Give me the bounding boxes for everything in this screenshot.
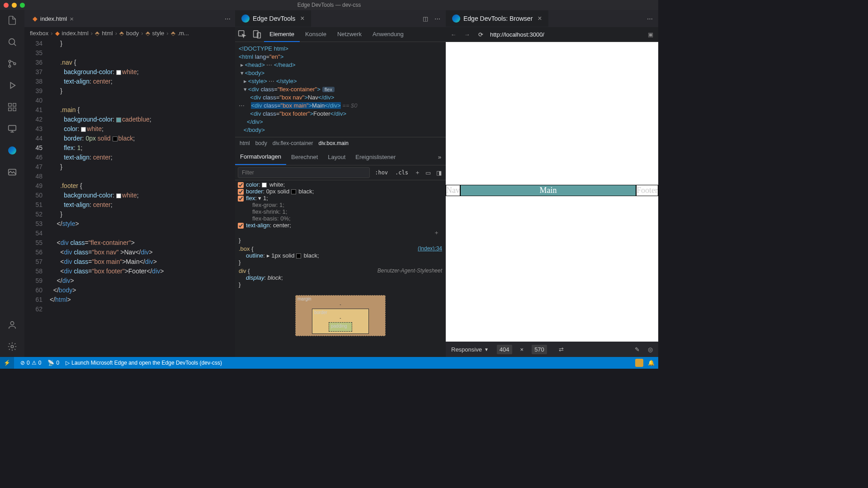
- style-selector[interactable]: .box: [239, 245, 250, 252]
- styles-pane[interactable]: color: white;border: 0px solid black;fle…: [235, 180, 446, 357]
- breadcrumb-item[interactable]: html: [102, 30, 113, 37]
- dom-crumb-item[interactable]: div.flex-container: [273, 140, 313, 146]
- url-bar[interactable]: http://localhost:3000/: [490, 31, 641, 38]
- dimension-separator: ×: [520, 346, 524, 353]
- notifications-icon[interactable]: 🔔: [648, 360, 655, 366]
- styles-tab-listeners[interactable]: Ereignislistener: [350, 150, 401, 164]
- svg-rect-8: [9, 126, 16, 131]
- launch-hint[interactable]: ▷Launch Microsoft Edge and open the Edge…: [66, 360, 222, 366]
- editor-more-icon[interactable]: ⋯: [225, 15, 235, 22]
- status-badge-icon[interactable]: [635, 359, 643, 367]
- dom-crumb-item[interactable]: div.box.main: [319, 140, 349, 146]
- device-selector[interactable]: Responsive ▼: [451, 346, 489, 353]
- style-prop-toggle[interactable]: [238, 189, 244, 195]
- editor-tab-label: index.html: [40, 15, 67, 22]
- inspect-element-icon[interactable]: [235, 29, 250, 39]
- close-tab-icon[interactable]: ×: [300, 14, 304, 23]
- back-icon[interactable]: ←: [449, 31, 458, 38]
- forward-icon[interactable]: →: [463, 31, 471, 38]
- close-window-button[interactable]: [4, 3, 9, 8]
- more-actions-icon[interactable]: ⋯: [434, 15, 440, 22]
- ports-count[interactable]: 📡0: [47, 360, 59, 366]
- style-prop-toggle[interactable]: [238, 182, 244, 188]
- errors-count[interactable]: ⊘0 ⚠0: [20, 360, 41, 366]
- styles-tab-computed[interactable]: Berechnet: [286, 150, 323, 164]
- run-debug-icon[interactable]: [6, 80, 18, 91]
- style-selector[interactable]: div: [239, 267, 246, 274]
- breadcrumb-item[interactable]: .m...: [178, 30, 189, 37]
- dom-tree[interactable]: <!DOCTYPE html> <html lang="en"> ▸<head>…: [235, 42, 446, 137]
- account-icon[interactable]: [6, 319, 18, 331]
- explorer-icon[interactable]: [6, 14, 18, 26]
- browser-preview-panel: Edge DevTools: Browser × ⋯ ← → ⟳ http://…: [446, 10, 658, 357]
- edge-tools-icon[interactable]: [6, 145, 18, 156]
- source-control-icon[interactable]: [6, 58, 18, 70]
- panel-icon[interactable]: ◨: [435, 169, 443, 176]
- tool-tab[interactable]: Netzwerk: [332, 27, 367, 42]
- code-content[interactable]: } .nav { background-color: white; text-a…: [50, 39, 235, 357]
- devtools-tab[interactable]: Edge DevTools ×: [235, 10, 311, 27]
- search-icon[interactable]: [6, 36, 18, 48]
- more-actions-icon[interactable]: ⋯: [647, 15, 653, 22]
- editor-body[interactable]: 3435363738394041424344454647484950515253…: [24, 39, 235, 357]
- hov-toggle[interactable]: :hov: [373, 168, 390, 177]
- ua-stylesheet-label: Benutzer-Agent-Stylesheet: [377, 267, 442, 274]
- style-source-link[interactable]: (Index):34: [418, 245, 442, 252]
- browser-viewport[interactable]: Nav Main Footer: [446, 42, 658, 342]
- new-style-icon[interactable]: ＋: [413, 169, 421, 177]
- breadcrumb-item[interactable]: index.html: [62, 30, 89, 37]
- device-icon[interactable]: ▭: [424, 169, 432, 176]
- editor-panel: ◆ index.html × ⋯ flexbox› ◆index.html› ⬘…: [24, 10, 235, 357]
- edge-icon: [452, 14, 460, 23]
- close-tab-icon[interactable]: ×: [538, 14, 542, 23]
- reload-icon[interactable]: ⟳: [476, 31, 485, 38]
- cls-toggle[interactable]: .cls: [393, 168, 410, 177]
- box-model-diagram[interactable]: margin - border - padding -: [239, 290, 442, 336]
- browser-tab-label: Edge DevTools: Browser: [463, 15, 533, 22]
- breadcrumb[interactable]: flexbox› ◆index.html› ⬘html› ⬘body› ⬘sty…: [24, 27, 235, 39]
- inspect-icon[interactable]: ▣: [646, 31, 655, 38]
- breadcrumb-item[interactable]: flexbox: [30, 30, 48, 37]
- device-settings-icon[interactable]: ◎: [648, 346, 653, 353]
- editor-tab-index[interactable]: ◆ index.html ×: [27, 12, 79, 25]
- extensions-icon[interactable]: [6, 101, 18, 113]
- style-prop-toggle[interactable]: [238, 223, 244, 229]
- styles-tab-format[interactable]: Formatvorlagen: [235, 149, 286, 165]
- rotate-icon[interactable]: ⇄: [559, 346, 564, 353]
- image-icon[interactable]: [6, 166, 18, 178]
- screenshot-icon[interactable]: ✎: [635, 346, 640, 353]
- browser-toolbar: ← → ⟳ http://localhost:3000/ ▣: [446, 27, 658, 42]
- styles-filter-input[interactable]: [238, 167, 370, 178]
- device-toggle-icon[interactable]: [250, 29, 264, 39]
- devtools-tab-label: Edge DevTools: [253, 15, 295, 22]
- settings-icon[interactable]: [6, 341, 18, 352]
- more-tabs-icon[interactable]: »: [438, 154, 446, 160]
- viewport-height[interactable]: 570: [532, 345, 547, 354]
- minimize-window-button[interactable]: [12, 3, 17, 8]
- svg-point-2: [9, 65, 11, 67]
- styles-tab-bar: Formatvorlagen Berechnet Layout Ereignis…: [235, 149, 446, 165]
- tool-tab[interactable]: Elemente: [264, 27, 300, 42]
- styles-tab-layout[interactable]: Layout: [323, 150, 350, 164]
- tool-tab[interactable]: Konsole: [300, 27, 332, 42]
- breadcrumb-item[interactable]: body: [126, 30, 139, 37]
- browser-tab[interactable]: Edge DevTools: Browser ×: [446, 10, 548, 27]
- split-editor-icon[interactable]: ◫: [423, 15, 428, 22]
- status-bar: ⚡ ⊘0 ⚠0 📡0 ▷Launch Microsoft Edge and op…: [0, 357, 658, 369]
- editor-tab-bar: ◆ index.html × ⋯: [24, 10, 235, 27]
- style-prop-toggle[interactable]: [238, 196, 244, 202]
- tool-tab[interactable]: Anwendung: [367, 27, 409, 42]
- preview-main-box: Main: [460, 185, 636, 196]
- svg-point-1: [9, 60, 11, 62]
- dom-crumb-item[interactable]: html: [240, 140, 250, 146]
- remote-icon[interactable]: [6, 123, 18, 135]
- traffic-lights: [4, 3, 25, 8]
- remote-indicator[interactable]: ⚡: [0, 357, 14, 369]
- close-tab-icon[interactable]: ×: [70, 15, 74, 23]
- breadcrumb-item[interactable]: style: [152, 30, 165, 37]
- dom-crumb-item[interactable]: body: [255, 140, 267, 146]
- dom-breadcrumb[interactable]: html body div.flex-container div.box.mai…: [235, 137, 446, 149]
- html-file-icon: ◆: [33, 15, 38, 22]
- viewport-width[interactable]: 404: [497, 345, 512, 354]
- maximize-window-button[interactable]: [20, 3, 25, 8]
